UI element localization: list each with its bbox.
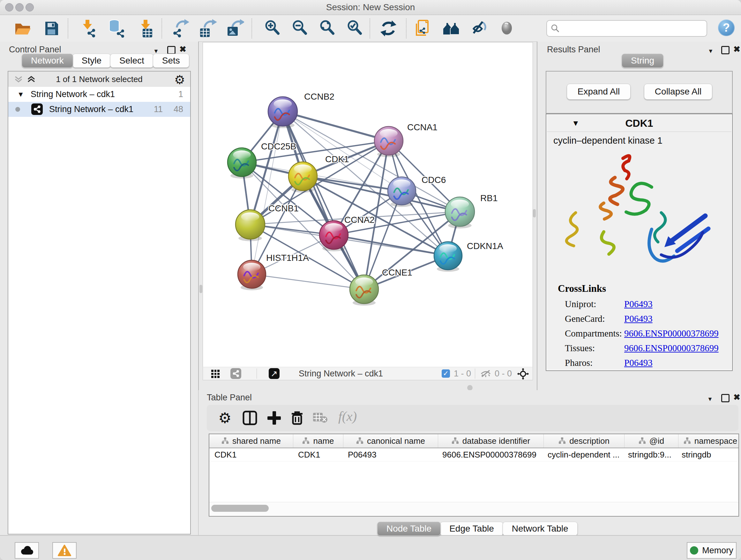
node-RB1[interactable] <box>445 197 475 226</box>
column-header--id[interactable]: @id <box>624 434 678 448</box>
memory-button[interactable]: Memory <box>687 542 737 559</box>
clone-network-icon[interactable] <box>414 19 432 38</box>
table-cell[interactable]: CDK1 <box>209 448 293 461</box>
hide-selected-icon[interactable] <box>470 19 488 38</box>
scrollbar-thumb[interactable] <box>211 505 269 512</box>
pan-tool-icon[interactable] <box>517 368 529 380</box>
edge-HIST1H1A-CCNE1[interactable] <box>252 274 364 289</box>
float-panel-icon[interactable] <box>721 394 730 402</box>
tab-select[interactable]: Select <box>110 54 153 68</box>
horizontal-splitter-handle[interactable] <box>467 385 473 390</box>
delete-column-trash-icon[interactable] <box>289 410 305 426</box>
panel-menu-icon[interactable]: ▼ <box>707 395 713 403</box>
tab-sets[interactable]: Sets <box>153 54 189 68</box>
zoom-selected-icon[interactable] <box>345 19 364 38</box>
expand-all-button[interactable]: Expand All <box>567 84 630 100</box>
network-row-selected[interactable]: String Network – cdk1 11 48 <box>8 102 190 117</box>
export-network-icon[interactable] <box>172 19 190 38</box>
import-table-from-file-icon[interactable] <box>136 19 154 38</box>
apply-layout-icon[interactable] <box>379 19 398 38</box>
warning-icon <box>58 544 71 557</box>
node-HIST1H1A[interactable] <box>238 260 266 288</box>
birdseye-export-icon[interactable]: ↗ <box>269 368 280 379</box>
network-options-gear-icon[interactable]: ⚙ <box>174 73 185 87</box>
float-panel-icon[interactable] <box>167 46 176 54</box>
node-CCNA2[interactable] <box>320 221 348 249</box>
column-header-name[interactable]: name <box>293 434 343 448</box>
help-button[interactable]: ? <box>718 19 735 36</box>
close-panel-icon[interactable]: ✖ <box>733 393 740 401</box>
selected-checkbox-icon[interactable]: ✓ <box>442 369 450 378</box>
crosslink-link[interactable]: P06493 <box>624 299 653 309</box>
tab-edge-table[interactable]: Edge Table <box>440 522 503 536</box>
node-CCNB1[interactable] <box>235 210 265 239</box>
separator <box>257 368 257 379</box>
import-network-from-file-icon[interactable] <box>78 19 97 38</box>
node-CDC25B[interactable] <box>227 148 256 177</box>
zoom-fit-icon[interactable] <box>318 19 336 38</box>
crosslink-link[interactable]: 9606.ENSP00000378699 <box>624 343 719 353</box>
splitter-handle[interactable] <box>533 209 536 217</box>
tab-network[interactable]: Network <box>22 54 73 68</box>
splitter-handle[interactable] <box>199 285 202 293</box>
table-settings-gear-icon[interactable]: ⚙ <box>218 410 234 426</box>
crosslinks-section: CrossLinks Uniprot:P06493GeneCard:P06493… <box>558 283 719 372</box>
network-canvas[interactable]: CCNB2CCNA1CDC25BCDK1CDC6RB1CCNB1CCNA2CDK… <box>203 42 533 367</box>
close-panel-icon[interactable]: ✖ <box>733 45 740 53</box>
crosslink-label: Tissues: <box>565 343 624 354</box>
crosslink-link[interactable]: P06493 <box>624 314 653 324</box>
node-CCNB2[interactable] <box>268 97 297 126</box>
import-network-from-database-icon[interactable] <box>107 19 126 38</box>
add-column-icon[interactable] <box>266 410 282 426</box>
edge-CCNA2-CDKN1A[interactable] <box>334 235 448 256</box>
column-header-description[interactable]: description <box>544 434 624 448</box>
tab-node-table[interactable]: Node Table <box>377 522 441 536</box>
close-panel-icon[interactable]: ✖ <box>179 45 186 53</box>
horizontal-scrollbar[interactable] <box>209 502 738 515</box>
tab-network-table[interactable]: Network Table <box>502 522 578 536</box>
edge-CCNB2-CCNA1[interactable] <box>283 111 389 141</box>
save-session-icon[interactable] <box>42 19 61 38</box>
string-home-icon[interactable] <box>442 19 461 38</box>
table-cell[interactable]: stringdb <box>677 448 739 461</box>
collapse-all-button[interactable]: Collapse All <box>644 84 712 100</box>
edge-CCNB2-HIST1H1A[interactable] <box>252 111 283 274</box>
export-table-icon[interactable] <box>199 19 217 38</box>
warnings-button[interactable] <box>52 542 77 559</box>
table-cell[interactable]: cyclin-dependent ... <box>542 448 623 461</box>
node-CDC6[interactable] <box>388 177 416 205</box>
network-overview-icon[interactable] <box>230 368 241 379</box>
zoom-out-icon[interactable] <box>290 19 309 38</box>
entry-header[interactable]: ▼ CDK1 <box>547 115 731 132</box>
table-cell[interactable]: 9606.ENSP00000378699 <box>437 448 542 461</box>
cloud-button[interactable] <box>15 542 39 559</box>
table-cell[interactable]: stringdb:9... <box>623 448 677 461</box>
node-CCNA1[interactable] <box>374 126 403 155</box>
status-bar: Memory <box>0 535 741 560</box>
open-session-icon[interactable] <box>13 19 32 38</box>
show-columns-icon[interactable] <box>242 410 258 426</box>
tab-string[interactable]: String <box>622 54 664 68</box>
crosslink-link[interactable]: P06493 <box>624 358 653 368</box>
column-header-canonical-name[interactable]: canonical name <box>343 434 438 448</box>
zoom-in-icon[interactable] <box>263 19 281 38</box>
table-row[interactable]: CDK1CDK1P064939606.ENSP00000378699cyclin… <box>209 448 738 461</box>
tab-style[interactable]: Style <box>72 54 111 68</box>
crosslink-link[interactable]: 9606.ENSP00000378699 <box>624 328 719 338</box>
node-CCNE1[interactable] <box>350 275 379 304</box>
column-header-database-identifier[interactable]: database identifier <box>438 434 544 448</box>
table-cell[interactable]: P06493 <box>343 448 437 461</box>
panel-menu-icon[interactable]: ▼ <box>708 47 714 55</box>
export-image-icon[interactable] <box>226 19 244 38</box>
float-panel-icon[interactable] <box>721 46 730 54</box>
grid-view-icon[interactable] <box>211 370 219 378</box>
search-input[interactable] <box>563 22 701 34</box>
node-CDKN1A[interactable] <box>434 242 462 270</box>
node-CDK1[interactable] <box>288 162 317 191</box>
column-header-namespace[interactable]: namespace <box>678 434 739 448</box>
network-collection-row[interactable]: ▼ String Network – cdk1 1 <box>8 87 190 102</box>
collection-expander-icon[interactable]: ▼ <box>17 87 24 102</box>
table-cell[interactable]: CDK1 <box>293 448 343 461</box>
column-header-shared-name[interactable]: shared name <box>209 434 293 448</box>
show-all-icon[interactable] <box>498 19 516 38</box>
